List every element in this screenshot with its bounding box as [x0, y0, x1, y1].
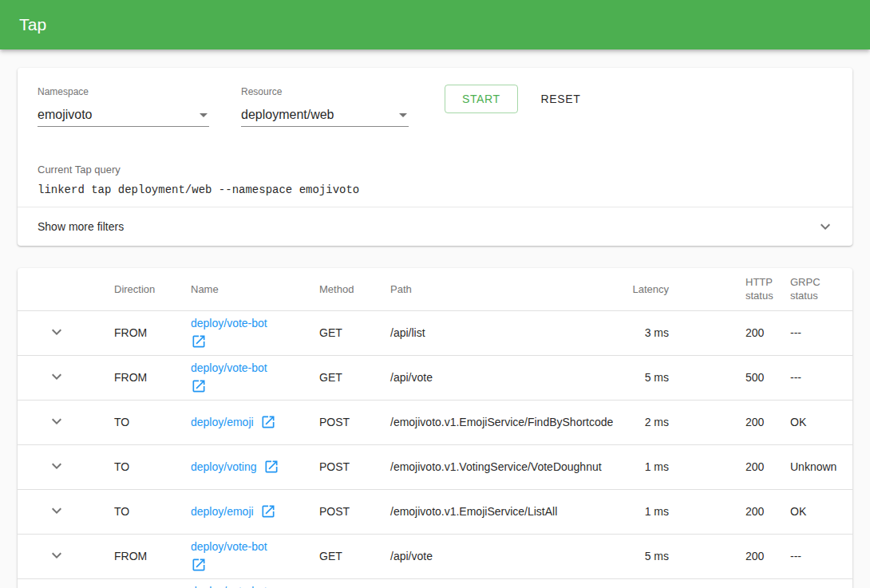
expand-row-button[interactable] [47, 546, 66, 565]
chevron-down-icon [47, 322, 66, 341]
http-status-cell [710, 578, 790, 588]
path-cell: /emojivoto.v1.VotingService/VoteDoughnut [390, 444, 621, 489]
latency-cell: 1 ms [621, 489, 710, 534]
expand-cell [18, 355, 114, 400]
expand-cell [18, 534, 114, 578]
method-cell: POST [319, 489, 390, 534]
grpc-status-cell: --- [790, 310, 852, 355]
query-label: Current Tap query [38, 164, 832, 176]
resource-link[interactable]: deploy/vote-bot [191, 540, 267, 573]
path-cell: /api/vote [390, 534, 621, 578]
open-in-new-icon[interactable] [260, 414, 276, 430]
tap-form-row: Namespace emojivoto Resource deployment/… [18, 68, 852, 127]
header-path: Path [390, 268, 621, 310]
expand-cell [18, 400, 114, 444]
resource-link[interactable]: deploy/voting [191, 459, 279, 475]
tap-results-card: Direction Name Method Path Latency HTTP … [18, 268, 852, 588]
path-cell [390, 578, 621, 588]
name-cell: deploy/voting [191, 444, 319, 489]
table-row: FROM deploy/vote-bot GET /api/vote 5 ms … [18, 534, 852, 578]
method-cell: POST [319, 444, 390, 489]
expand-row-button[interactable] [47, 412, 66, 431]
tap-results-table: Direction Name Method Path Latency HTTP … [18, 268, 852, 588]
chevron-down-icon [47, 546, 66, 565]
expand-row-button[interactable] [47, 501, 66, 520]
latency-cell: 5 ms [621, 534, 710, 578]
header-method: Method [319, 268, 390, 310]
namespace-value: emojivoto [38, 106, 92, 124]
resource-select-value-row[interactable]: deployment/web [241, 105, 409, 127]
latency-cell: 5 ms [621, 355, 710, 400]
show-more-filters-label: Show more filters [38, 220, 124, 233]
open-in-new-icon[interactable] [263, 459, 279, 475]
table-row: TO deploy/emoji POST /emojivoto.v1.Emoji… [18, 489, 852, 534]
table-row: TO deploy/emoji POST /emojivoto.v1.Emoji… [18, 400, 852, 444]
grpc-status-cell: Unknown [790, 444, 852, 489]
header-http-status: HTTP status [710, 268, 790, 310]
method-cell: POST [319, 400, 390, 444]
expand-cell [18, 578, 114, 588]
path-cell: /api/list [390, 310, 621, 355]
http-status-cell: 500 [710, 355, 790, 400]
latency-cell [621, 578, 710, 588]
name-cell: deploy/vote-bot [191, 534, 319, 578]
name-cell: deploy/vote-bot [191, 355, 319, 400]
header-name: Name [191, 268, 319, 310]
expand-cell [18, 444, 114, 489]
path-cell: /emojivoto.v1.EmojiService/FindByShortco… [390, 400, 621, 444]
direction-cell: TO [114, 489, 191, 534]
resource-link[interactable]: deploy/vote-bot [191, 585, 267, 588]
direction-cell [114, 578, 191, 588]
direction-cell: FROM [114, 355, 191, 400]
resource-value: deployment/web [241, 106, 334, 124]
direction-cell: TO [114, 444, 191, 489]
chevron-down-icon [47, 456, 66, 476]
http-status-cell: 200 [710, 400, 790, 444]
start-button[interactable]: START [445, 85, 518, 113]
expand-row-button[interactable] [47, 367, 66, 386]
grpc-status-cell: OK [790, 400, 852, 444]
app-bar: Tap [0, 0, 870, 49]
latency-cell: 3 ms [621, 310, 710, 355]
open-in-new-icon[interactable] [260, 503, 276, 519]
resource-link-label: deploy/vote-bot [191, 361, 267, 374]
resource-link[interactable]: deploy/emoji [191, 503, 276, 519]
open-in-new-icon[interactable] [191, 378, 207, 394]
dropdown-arrow-icon [194, 105, 213, 124]
resource-link[interactable]: deploy/vote-bot [191, 317, 267, 349]
dropdown-arrow-icon [393, 105, 413, 124]
form-actions: START RESET [445, 85, 585, 127]
expand-row-button[interactable] [47, 456, 66, 476]
resource-link-label: deploy/emoji [191, 416, 254, 429]
direction-cell: FROM [114, 534, 191, 578]
path-cell: /api/vote [390, 355, 621, 400]
resource-label: Resource [241, 86, 409, 97]
namespace-select-value-row[interactable]: emojivoto [38, 105, 209, 127]
namespace-select[interactable]: Namespace emojivoto [38, 86, 209, 127]
expand-row-button[interactable] [47, 322, 66, 341]
grpc-status-cell: --- [790, 355, 852, 400]
resource-link[interactable]: deploy/vote-bot [191, 361, 267, 394]
path-cell: /emojivoto.v1.EmojiService/ListAll [390, 489, 621, 534]
table-row: FROM deploy/vote-bot GET /api/vote 5 ms … [18, 355, 852, 400]
reset-button[interactable]: RESET [536, 85, 586, 113]
header-expand-column [18, 268, 114, 310]
show-more-filters-toggle[interactable]: Show more filters [18, 207, 852, 246]
chevron-down-icon [47, 412, 66, 431]
grpc-status-cell [790, 578, 852, 588]
resource-link-label: deploy/vote-bot [191, 585, 267, 588]
resource-link[interactable]: deploy/emoji [191, 414, 276, 430]
tap-table-body: FROM deploy/vote-bot GET /api/list 3 ms … [18, 310, 852, 588]
resource-select[interactable]: Resource deployment/web [241, 86, 409, 127]
latency-cell: 2 ms [621, 400, 710, 444]
grpc-status-cell: --- [790, 534, 852, 578]
open-in-new-icon[interactable] [191, 333, 207, 349]
http-status-cell: 200 [710, 310, 790, 355]
resource-link-label: deploy/vote-bot [191, 317, 267, 330]
expand-cell [18, 310, 114, 355]
page-title: Tap [19, 15, 46, 34]
chevron-down-icon[interactable] [816, 217, 835, 236]
open-in-new-icon[interactable] [191, 557, 207, 573]
method-cell: GET [319, 355, 390, 400]
table-row: FROM deploy/vote-bot GET /api/list 3 ms … [18, 310, 852, 355]
